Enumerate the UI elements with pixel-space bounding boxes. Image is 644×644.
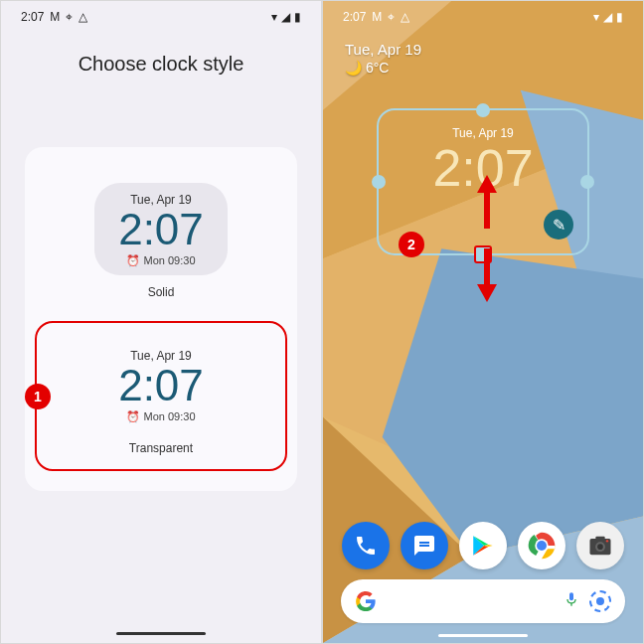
battery-icon: ▮ xyxy=(294,10,301,24)
resize-handle-right[interactable] xyxy=(580,175,594,189)
style-label: Solid xyxy=(43,285,279,299)
share-icon: ⌖ xyxy=(388,10,395,24)
messages-app-icon[interactable] xyxy=(401,522,448,569)
signal-icon: ◢ xyxy=(603,10,612,24)
triangle-icon: △ xyxy=(401,10,409,24)
annotation-marker-1: 1 xyxy=(25,384,51,409)
gmail-icon: M xyxy=(50,10,60,24)
wifi-icon: ▾ xyxy=(271,10,277,24)
annotation-marker-2: 2 xyxy=(399,232,424,257)
style-chooser-card: Tue, Apr 19 2:07 ⏰ Mon 09:30 Solid 1 Tue… xyxy=(25,147,297,491)
signal-icon: ◢ xyxy=(281,10,290,24)
clock-alarm: ⏰ Mon 09:30 xyxy=(118,254,204,267)
camera-app-icon[interactable] xyxy=(576,522,624,569)
wifi-icon: ▾ xyxy=(593,10,599,24)
play-store-app-icon[interactable] xyxy=(459,522,507,569)
svg-point-13 xyxy=(597,544,603,550)
nav-handle[interactable] xyxy=(116,632,206,635)
svg-point-9 xyxy=(537,541,547,551)
style-option-transparent[interactable]: 1 Tue, Apr 19 2:07 ⏰ Mon 09:30 Transpare… xyxy=(35,321,287,471)
mic-icon[interactable] xyxy=(564,589,579,614)
home-date[interactable]: Tue, Apr 19 xyxy=(345,41,421,58)
clock-alarm: ⏰ Mon 09:30 xyxy=(118,410,204,423)
gmail-icon: M xyxy=(372,10,382,24)
style-option-solid[interactable]: Tue, Apr 19 2:07 ⏰ Mon 09:30 Solid xyxy=(35,167,287,307)
svg-point-14 xyxy=(605,540,607,542)
phone-app-icon[interactable] xyxy=(342,522,390,569)
home-weather[interactable]: 🌙 6°C xyxy=(345,60,421,76)
resize-handle-left[interactable] xyxy=(372,175,386,189)
style-label: Transparent xyxy=(45,441,277,455)
lens-icon[interactable] xyxy=(589,590,611,612)
page-title: Choose clock style xyxy=(1,53,321,76)
clock-time: 2:07 xyxy=(118,207,204,252)
resize-handle-top[interactable] xyxy=(476,103,490,117)
google-search-bar[interactable] xyxy=(341,579,625,623)
status-time: 2:07 xyxy=(343,10,366,24)
status-time: 2:07 xyxy=(21,10,44,24)
resize-arrows xyxy=(477,175,497,302)
triangle-icon: △ xyxy=(79,10,87,24)
clock-time: 2:07 xyxy=(118,363,204,408)
edit-widget-button[interactable]: ✎ xyxy=(544,210,573,240)
google-logo-icon xyxy=(355,590,377,612)
share-icon: ⌖ xyxy=(66,10,73,24)
nav-handle[interactable] xyxy=(438,634,528,637)
chrome-app-icon[interactable] xyxy=(518,522,565,569)
pencil-icon: ✎ xyxy=(553,216,565,235)
svg-rect-11 xyxy=(595,537,604,541)
battery-icon: ▮ xyxy=(616,10,623,24)
